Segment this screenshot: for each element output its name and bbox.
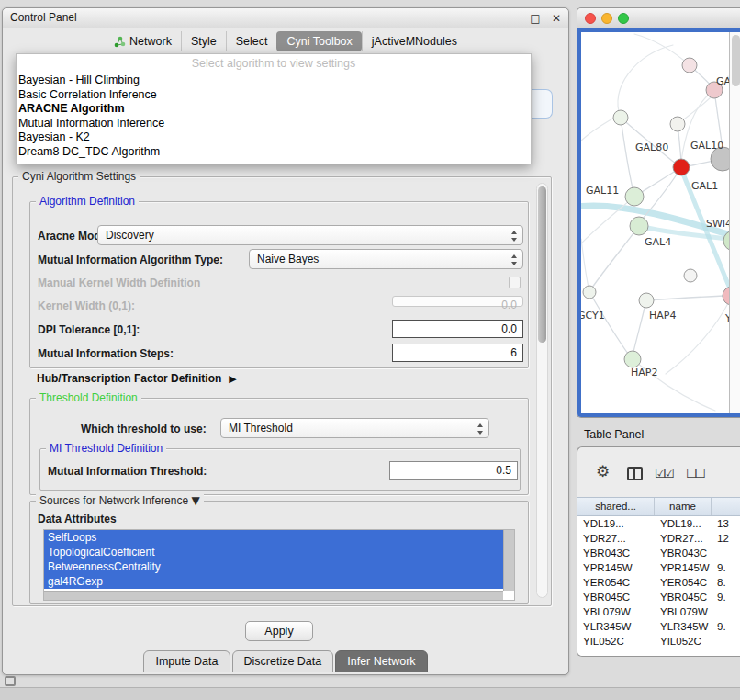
tab-infer-network[interactable]: Infer Network — [335, 650, 427, 672]
collapse-down-icon: ▼ — [191, 494, 199, 507]
tab-impute-data[interactable]: Impute Data — [143, 650, 230, 672]
apply-button[interactable]: Apply — [245, 621, 313, 641]
network-vertical-scrollbar[interactable] — [729, 32, 740, 413]
table-row[interactable]: YIL052CYIL052C — [577, 634, 740, 649]
list-vertical-scrollbar[interactable] — [503, 530, 514, 591]
table-cell: YPR145W — [577, 560, 655, 575]
network-node[interactable] — [630, 217, 648, 235]
tab-label: jActiveMNodules — [372, 35, 457, 48]
network-edge[interactable] — [592, 226, 639, 288]
gear-icon[interactable]: ⚙ — [596, 462, 610, 480]
algorithm-option-basic-correlation-inference[interactable]: Basic Correlation Inference — [17, 88, 531, 103]
mac-minimize-button[interactable] — [601, 13, 612, 24]
deselect-all-columns-icon[interactable]: ☐☐ — [686, 466, 703, 480]
window-titlebar: Control Panel — [3, 8, 568, 28]
settings-scrollbar[interactable] — [536, 183, 548, 598]
table-row[interactable]: YPR145WYPR145W9. — [577, 560, 740, 575]
node-label: GAL11 — [586, 185, 619, 197]
network-edge[interactable] — [643, 167, 681, 219]
network-edge[interactable] — [581, 118, 614, 141]
mi-threshold-field[interactable]: 0.5 — [389, 461, 518, 480]
which-threshold-select[interactable]: MI Threshold — [220, 418, 489, 438]
mi-algorithm-type-select[interactable]: Naive Bayes — [249, 249, 523, 269]
tab-cyni-toolbox[interactable]: Cyni Toolbox — [276, 31, 361, 51]
table-header-row: shared...name — [577, 497, 740, 516]
list-horizontal-scrollbar[interactable] — [44, 591, 503, 600]
mi-steps-field[interactable]: 6 — [392, 344, 523, 362]
network-node[interactable] — [639, 293, 654, 308]
network-node[interactable] — [625, 187, 644, 206]
network-edge[interactable] — [621, 118, 633, 188]
algorithm-option-bayesian-k2[interactable]: Bayesian - K2 — [17, 130, 531, 145]
aracne-mode-select[interactable]: Discovery — [97, 225, 523, 245]
algorithm-option-bayesian-hill-climbing[interactable]: Bayesian - Hill Climbing — [17, 73, 531, 88]
network-scrollbar-thumb[interactable] — [732, 35, 740, 86]
mac-close-button[interactable] — [585, 13, 596, 24]
algorithm-option-aracne-algorithm[interactable]: ARACNE Algorithm — [17, 102, 531, 117]
network-node[interactable] — [583, 286, 596, 299]
network-node[interactable] — [670, 117, 685, 131]
table-row[interactable]: YER054CYER054C8. — [577, 575, 740, 590]
network-node[interactable] — [613, 110, 628, 125]
table-row[interactable]: YBR043CYBR043C — [577, 546, 740, 560]
tab-style[interactable]: Style — [181, 31, 226, 51]
table-row[interactable]: YDR27...YDR27...12 — [577, 531, 740, 546]
attribute-item-selfloops[interactable]: SelfLoops — [44, 530, 503, 545]
column-header-name[interactable]: name — [655, 498, 712, 515]
panel-dock-icon[interactable] — [5, 676, 16, 686]
attribute-item-gal4rgexp[interactable]: gal4RGexp — [44, 574, 503, 589]
network-edge[interactable] — [666, 296, 729, 374]
threshold-definition-group: Threshold Definition Which threshold to … — [29, 398, 529, 495]
table-cell: YIL052C — [577, 634, 655, 649]
column-header-shared-[interactable]: shared... — [577, 498, 655, 515]
algorithm-option-dream8-dc-tdc-algorithm[interactable]: Dream8 DC_TDC Algorithm — [17, 145, 531, 160]
select-all-columns-icon[interactable]: ☑☑ — [655, 466, 672, 480]
network-node[interactable] — [624, 351, 641, 367]
sources-group-title[interactable]: Sources for Network Inference ▼ — [36, 494, 204, 508]
table-cell: 13 — [712, 516, 740, 531]
network-node[interactable] — [673, 159, 690, 175]
float-window-icon[interactable]: □ — [530, 12, 540, 25]
tab-select[interactable]: Select — [226, 31, 277, 51]
network-canvas-svg[interactable]: GAL8GAL80GAL10GAL11GAL1SWI4GAL4GCY1HAP4H… — [581, 32, 729, 413]
tab-discretize-data[interactable]: Discretize Data — [232, 650, 334, 672]
table-row[interactable]: YDL19...YDL19...13 — [577, 516, 740, 531]
tab-label: Style — [191, 35, 217, 48]
attribute-item-betweennesscentrality[interactable]: BetweennessCentrality — [44, 559, 503, 574]
settings-scrollbar-thumb[interactable] — [538, 186, 546, 343]
network-edge[interactable] — [621, 118, 676, 164]
algorithm-option-mutual-information-inference[interactable]: Mutual Information Inference — [17, 117, 531, 131]
network-canvas[interactable]: GAL8GAL80GAL10GAL11GAL1SWI4GAL4GCY1HAP4H… — [581, 32, 729, 413]
tab-jactivemnodules[interactable]: jActiveMNodules — [362, 31, 466, 51]
table-cell — [712, 604, 740, 619]
network-edge[interactable] — [633, 300, 646, 352]
column-header-extra[interactable] — [712, 498, 740, 515]
attribute-item-topologicalcoefficient[interactable]: TopologicalCoefficient — [44, 545, 503, 559]
algorithm-definition-group: Algorithm Definition Aracne Mode: Discov… — [29, 201, 529, 368]
mi-algorithm-type-label: Mutual Information Algorithm Type: — [38, 254, 223, 266]
network-edge[interactable] — [581, 239, 589, 292]
close-icon[interactable]: ✕ — [552, 12, 561, 25]
mi-steps-label: Mutual Information Steps: — [38, 347, 174, 360]
network-edge[interactable] — [634, 34, 690, 65]
table-row[interactable]: YLR345WYLR345W9. — [577, 619, 740, 634]
network-icon — [114, 36, 126, 48]
columns-icon[interactable] — [627, 467, 643, 480]
network-edge[interactable] — [646, 296, 723, 300]
table-cell: 12 — [712, 531, 740, 546]
network-node[interactable] — [723, 287, 729, 305]
table-cell: 9. — [712, 590, 740, 604]
table-row[interactable]: YBL079WYBL079W — [577, 604, 740, 619]
table-row[interactable]: YBR045CYBR045C9. — [577, 590, 740, 604]
network-edge[interactable] — [589, 292, 628, 354]
table-cell: YBR043C — [655, 546, 712, 560]
tab-network[interactable]: Network — [105, 31, 181, 51]
hub-definition-expander[interactable]: Hub/Transcription Factor Definition▶ — [37, 372, 237, 385]
network-edge[interactable] — [618, 45, 673, 118]
network-node[interactable] — [684, 269, 697, 282]
table-cell: YBR045C — [577, 590, 655, 604]
table-cell: YDL19... — [577, 516, 655, 531]
mac-zoom-button[interactable] — [618, 13, 629, 24]
dpi-tolerance-field[interactable]: 0.0 — [392, 320, 523, 338]
network-node[interactable] — [682, 58, 697, 73]
